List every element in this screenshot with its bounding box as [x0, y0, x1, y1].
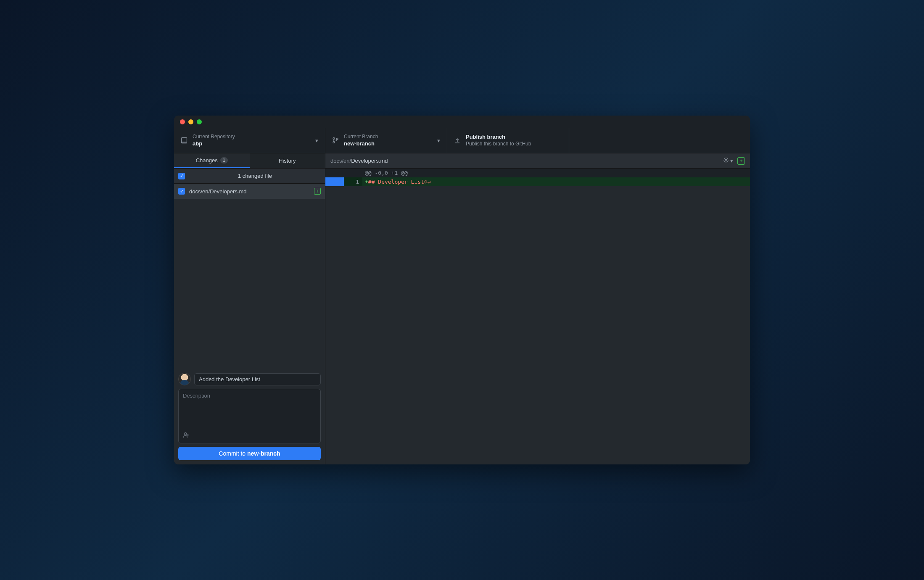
branch-label: Current Branch	[344, 134, 378, 140]
chevron-down-icon: ▾	[437, 137, 440, 144]
add-coauthor-icon[interactable]	[183, 432, 316, 440]
body: Changes 1 History ✓ 1 changed file ✓ doc…	[174, 153, 750, 464]
changes-summary: 1 changed file	[189, 173, 321, 179]
changes-header: ✓ 1 changed file	[174, 169, 325, 184]
commit-description-input[interactable]	[183, 393, 316, 426]
svg-point-4	[336, 138, 338, 140]
diff-plus: +	[365, 179, 368, 185]
file-path: docs/en/Developers.md	[189, 188, 310, 195]
gutter-old	[325, 177, 344, 186]
select-all-checkbox[interactable]: ✓	[178, 173, 185, 179]
svg-point-5	[184, 432, 186, 435]
commit-panel: Commit to new-branch	[174, 369, 325, 464]
gear-icon	[723, 157, 729, 165]
diff-line-added[interactable]: 1 +## Developer List⊘↵	[325, 177, 750, 186]
commit-description-box	[178, 389, 321, 443]
commit-summary-input[interactable]	[194, 373, 321, 385]
repo-value: abp	[193, 140, 235, 148]
eol-marker-icon: ⊘↵	[424, 179, 431, 185]
app-window: Current Repository abp ▾ Current Branch …	[174, 116, 750, 464]
tab-history[interactable]: History	[250, 153, 325, 168]
publish-branch-button[interactable]: Publish branch Publish this branch to Gi…	[447, 128, 569, 153]
tab-changes-label: Changes	[196, 157, 218, 163]
svg-point-2	[333, 138, 335, 140]
expand-diff-button[interactable]: +	[737, 157, 745, 165]
chevron-down-icon: ▾	[315, 137, 318, 144]
tab-history-label: History	[279, 158, 296, 164]
file-status-added-icon: +	[314, 188, 321, 195]
changes-count-badge: 1	[220, 157, 228, 163]
branch-value: new-branch	[344, 140, 378, 148]
diff-text: ## Developer List	[368, 179, 424, 185]
diff-line-content: +## Developer List⊘↵	[362, 177, 433, 186]
tab-changes[interactable]: Changes 1	[174, 153, 250, 168]
diff-hunk-header: @@ -0,0 +1 @@	[325, 169, 750, 177]
titlebar	[174, 116, 750, 128]
svg-rect-0	[182, 138, 187, 142]
chevron-down-icon: ▾	[730, 158, 733, 164]
repo-selector[interactable]: Current Repository abp ▾	[174, 128, 325, 153]
diff-path: docs/en/Developers.md	[330, 158, 388, 164]
file-checkbox[interactable]: ✓	[178, 188, 185, 195]
upload-icon	[454, 137, 461, 144]
window-zoom-button[interactable]	[197, 119, 202, 124]
diff-body[interactable]: @@ -0,0 +1 @@ 1 +## Developer List⊘↵	[325, 169, 750, 464]
svg-point-3	[333, 142, 335, 143]
avatar[interactable]	[178, 373, 191, 385]
diff-file: Developers.md	[351, 158, 388, 164]
publish-subtitle: Publish this branch to GitHub	[466, 141, 531, 148]
publish-title: Publish branch	[466, 134, 531, 141]
window-minimize-button[interactable]	[188, 119, 193, 124]
sidebar: Changes 1 History ✓ 1 changed file ✓ doc…	[174, 153, 325, 464]
commit-button-branch: new-branch	[247, 450, 280, 457]
repo-label: Current Repository	[193, 134, 235, 140]
sidebar-tabs: Changes 1 History	[174, 153, 325, 169]
toolbar: Current Repository abp ▾ Current Branch …	[174, 128, 750, 153]
branch-icon	[332, 137, 339, 144]
diff-dir: docs/en/	[330, 158, 351, 164]
commit-button-prefix: Commit to	[219, 450, 247, 457]
svg-point-6	[725, 159, 727, 161]
window-close-button[interactable]	[180, 119, 185, 124]
repo-icon	[181, 137, 187, 144]
gutter-new: 1	[344, 177, 362, 186]
hunk-text: @@ -0,0 +1 @@	[362, 169, 410, 177]
branch-selector[interactable]: Current Branch new-branch ▾	[325, 128, 447, 153]
diff-header: docs/en/Developers.md ▾ +	[325, 153, 750, 169]
file-row[interactable]: ✓ docs/en/Developers.md +	[174, 184, 325, 199]
diff-settings-button[interactable]: ▾	[723, 157, 733, 165]
diff-pane: docs/en/Developers.md ▾ + @@ -0,	[325, 153, 750, 464]
svg-rect-1	[182, 142, 187, 143]
commit-button[interactable]: Commit to new-branch	[178, 447, 321, 460]
file-list: ✓ docs/en/Developers.md +	[174, 184, 325, 369]
